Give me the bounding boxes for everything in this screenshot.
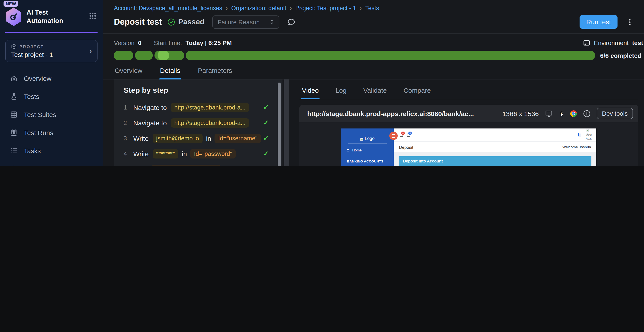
new-badge: NEW — [4, 1, 18, 6]
bank-welcome: Welcome Joshua — [562, 145, 591, 149]
video-tab-video[interactable]: Video — [301, 86, 320, 99]
cube-icon — [11, 44, 17, 50]
user-avatar-broken: User Avat — [586, 129, 592, 140]
progress-segment — [154, 51, 184, 60]
chrome-icon — [570, 110, 577, 117]
project-selector[interactable]: PROJECT Test project - 1 › — [5, 40, 98, 62]
sidebar-item-overview[interactable]: Overview — [0, 69, 103, 88]
home-icon — [10, 74, 18, 82]
check-icon: ✓ — [263, 119, 269, 127]
step-action: Navigate to — [133, 104, 167, 111]
page-header: Account: Devspace_all_module_licenses›Or… — [103, 0, 644, 33]
flask-icon — [10, 92, 18, 101]
breadcrumb-item-1[interactable]: Organization: default — [231, 5, 286, 12]
step-conjunction: in — [182, 150, 187, 158]
page-icon[interactable]: 0 — [400, 133, 403, 137]
video-tab-validate[interactable]: Validate — [362, 86, 388, 99]
linux-icon — [558, 110, 564, 117]
bank-topbar: 0 0 User — [394, 128, 596, 141]
breadcrumb: Account: Devspace_all_module_licenses›Or… — [114, 5, 634, 12]
panel-resize-gutter[interactable] — [282, 80, 291, 166]
step-target-tag: Id="username" — [215, 134, 261, 143]
check-icon: ✓ — [263, 103, 269, 111]
step-number: 2 — [124, 120, 129, 126]
bank-content: Deposit into Account Account for Deposit… — [394, 152, 596, 166]
page-icon[interactable]: 0 — [407, 133, 410, 137]
step-number: 4 — [124, 150, 129, 157]
breadcrumb-item-3[interactable]: Tests — [365, 5, 379, 12]
kebab-menu-icon[interactable] — [626, 18, 634, 26]
bullet-icon — [347, 149, 349, 151]
video-player: http://stage.dbank.prod-apps.relicx.ai:8… — [299, 105, 638, 166]
page-title: Deposit test — [114, 17, 162, 27]
video-url-bar: http://stage.dbank.prod-apps.relicx.ai:8… — [299, 105, 638, 122]
step-row[interactable]: 2 Navigate to http://stage.dbank.prod-a.… — [124, 117, 271, 128]
video-tab-log[interactable]: Log — [334, 86, 348, 99]
video-tab-compare[interactable]: Compare — [402, 86, 432, 99]
step-value-tag: http://stage.dbank.prod-a... — [171, 118, 249, 127]
step-number: 1 — [124, 104, 129, 110]
progress-segment — [114, 51, 133, 60]
step-conjunction: in — [206, 134, 211, 142]
video-stage: Logo Home BANKING ACCOUNTS Checking — [299, 122, 638, 166]
steps-list: 1 Navigate to http://stage.dbank.prod-a.… — [124, 102, 271, 166]
bank-sidebar: Logo Home BANKING ACCOUNTS Checking — [341, 128, 394, 166]
sidebar-item-test-runs[interactable]: Test Runs — [0, 124, 103, 142]
bank-main: 0 0 User — [394, 128, 596, 166]
video-resolution: 1366 x 1536 — [502, 110, 539, 117]
environment-value: test — [632, 39, 643, 46]
breadcrumb-item-0[interactable]: Account: Devspace_all_module_licenses — [114, 5, 222, 12]
breadcrumb-item-2[interactable]: Project: Test project - 1 — [295, 5, 356, 12]
deposit-card: Deposit into Account Account for Deposit… — [398, 156, 592, 166]
progress-caption: 6/6 completed — [600, 52, 641, 59]
step-row[interactable]: 4 Write ********inId="password" ✓ — [124, 148, 271, 160]
environment: Environment test — [582, 39, 643, 47]
step-action: Write — [133, 134, 148, 142]
sidebar-item-settings[interactable]: Settings — [0, 160, 103, 166]
step-row[interactable]: 1 Navigate to http://stage.dbank.prod-a.… — [124, 102, 271, 113]
gear-icon — [10, 165, 18, 166]
app-window: NEW AI Test Automation — [0, 0, 644, 166]
info-icon[interactable] — [582, 109, 591, 118]
progress-segment — [135, 51, 153, 60]
bank-nav-home[interactable]: Home — [341, 146, 394, 154]
start-time-value: Today | 6:25 PM — [186, 39, 232, 46]
steps-title: Step by step — [124, 86, 271, 95]
check-icon: ✓ — [263, 165, 269, 166]
tab-overview[interactable]: Overview — [114, 66, 143, 79]
grid-icon — [10, 110, 18, 119]
sidebar-item-tasks[interactable]: Tasks — [0, 142, 103, 160]
sidebar-item-test-suites[interactable]: Test Suites — [0, 106, 103, 124]
step-target-tag: Tag="BUTTON" Sign in — [152, 164, 220, 166]
step-target-tag: Id="password" — [190, 149, 236, 158]
step-value-tag: ******** — [152, 149, 178, 158]
video-url: http://stage.dbank.prod-apps.relicx.ai:8… — [307, 110, 474, 117]
list-icon — [10, 146, 18, 155]
tab-details[interactable]: Details — [159, 66, 181, 79]
comment-icon[interactable] — [287, 18, 296, 26]
bank-app-frame: Logo Home BANKING ACCOUNTS Checking — [341, 128, 596, 166]
failure-reason-select[interactable]: Failure Reason — [212, 15, 280, 28]
apps-grid-icon[interactable] — [89, 12, 97, 22]
scrollbar-thumb[interactable] — [278, 83, 281, 166]
scrollbar[interactable] — [278, 82, 281, 166]
step-row[interactable]: 5 Click Tag="BUTTON" Sign in ✓ — [124, 163, 271, 166]
run-test-button[interactable]: Run test — [580, 15, 618, 29]
step-row[interactable]: 3 Write jsmith@demo.ioinId="username" ✓ — [124, 132, 271, 144]
sidebar-item-tests[interactable]: Tests — [0, 88, 103, 106]
version-label: Version — [114, 39, 134, 46]
step-action: Navigate to — [133, 119, 167, 126]
bank-user-area: User Avat — [578, 129, 592, 140]
bank-section-accounts: BANKING ACCOUNTS — [341, 154, 394, 165]
video-panel: VideoLogValidateCompare http://stage.dba… — [291, 80, 644, 166]
bank-logo: Logo — [341, 128, 394, 141]
dev-tools-button[interactable]: Dev tools — [596, 108, 633, 119]
step-action: Write — [133, 150, 148, 158]
steps-panel: Step by step 1 Navigate to http://stage.… — [114, 80, 282, 166]
step-value-tag: http://stage.dbank.prod-a... — [171, 103, 249, 112]
tab-parameters[interactable]: Parameters — [197, 66, 233, 79]
version-value: 0 — [138, 39, 142, 46]
bank-page-header: Deposit Welcome Joshua — [394, 142, 596, 152]
project-name: Test project - 1 — [11, 51, 90, 58]
breadcrumb-separator: › — [360, 5, 362, 12]
